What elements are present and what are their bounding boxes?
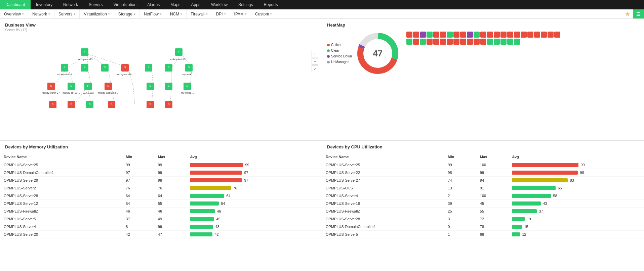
heatmap-square[interactable] bbox=[487, 39, 493, 45]
avg-cell: 15 bbox=[509, 223, 644, 230]
nav-network[interactable]: Network bbox=[58, 0, 83, 9]
min-cell: 54 bbox=[122, 199, 155, 207]
heatmap-square[interactable] bbox=[480, 39, 486, 45]
svg-line-8 bbox=[128, 67, 133, 86]
subnav-dpi[interactable]: DPI ▾ bbox=[212, 9, 230, 19]
heatmap-square[interactable] bbox=[480, 32, 486, 38]
heatmap-square[interactable] bbox=[460, 32, 466, 38]
svg-text:F: F bbox=[71, 103, 72, 106]
servicedown-dot bbox=[327, 55, 330, 58]
nav-inventory[interactable]: Inventory bbox=[31, 0, 58, 9]
subnav-virtualization[interactable]: Virtualization ▾ bbox=[80, 9, 114, 19]
heatmap-square[interactable] bbox=[447, 39, 453, 45]
svg-text:mickey-work13: mickey-work13 bbox=[77, 58, 93, 61]
heatmap-square[interactable] bbox=[487, 32, 493, 38]
fit-button[interactable]: ⤢ bbox=[312, 65, 318, 72]
min-cell: 3 bbox=[444, 215, 477, 223]
nav-alarms[interactable]: Alarms bbox=[142, 0, 165, 9]
avg-cell: 46 bbox=[187, 207, 322, 215]
max-cell: 94 bbox=[477, 176, 509, 184]
heatmap-square[interactable] bbox=[467, 39, 473, 45]
heatmap-square[interactable] bbox=[406, 32, 412, 38]
table-row: OPMPLUS-Server4 8 99 43 bbox=[0, 223, 322, 230]
heatmap-square[interactable] bbox=[541, 32, 547, 38]
heatmap-square[interactable] bbox=[420, 39, 426, 45]
nav-workflow[interactable]: Workflow bbox=[206, 0, 233, 9]
heatmap-square[interactable] bbox=[474, 39, 480, 45]
device-name-cell: OPMPLUS-Server5 bbox=[0, 215, 122, 223]
device-name-cell: OPMPLUS-Server28 bbox=[0, 192, 122, 199]
heatmap-square[interactable] bbox=[534, 32, 540, 38]
heatmap-square[interactable] bbox=[413, 39, 419, 45]
heatmap-square[interactable] bbox=[460, 39, 466, 45]
subnav-ipam[interactable]: IPAM ▾ bbox=[230, 9, 251, 19]
min-cell: 25 bbox=[444, 207, 477, 215]
heatmap-square[interactable] bbox=[494, 32, 500, 38]
heatmap-square[interactable] bbox=[474, 32, 480, 38]
subnav-storage[interactable]: Storage ▾ bbox=[114, 9, 140, 19]
svg-text:S: S bbox=[149, 103, 151, 106]
max-cell: 99 bbox=[155, 223, 187, 230]
heatmap-center-value: 47 bbox=[373, 48, 383, 59]
max-cell: 47 bbox=[155, 230, 187, 238]
favorite-star-button[interactable]: ★ bbox=[622, 10, 633, 18]
heatmap-donut-chart: 47 bbox=[356, 32, 400, 75]
svg-text:S: S bbox=[104, 66, 106, 69]
heatmap-square[interactable] bbox=[554, 32, 560, 38]
subnav-network[interactable]: Network ▾ bbox=[28, 9, 54, 19]
heatmap-square[interactable] bbox=[453, 32, 459, 38]
heatmap-square[interactable] bbox=[413, 32, 419, 38]
svg-line-15 bbox=[172, 54, 182, 67]
heatmap-square[interactable] bbox=[507, 32, 513, 38]
heatmap-square[interactable] bbox=[420, 32, 426, 38]
device-name-cell: OPMPLUS-Server22 bbox=[322, 169, 444, 176]
heatmap-square[interactable] bbox=[433, 39, 439, 45]
table-row: OPMPLUS-Server29 97 98 97 bbox=[0, 176, 322, 184]
chevron-down-icon: ▾ bbox=[245, 9, 247, 19]
heatmap-square[interactable] bbox=[406, 39, 412, 45]
memory-util-panel: Devices by Memory Utilization Device Nam… bbox=[0, 141, 322, 271]
subnav-firewall[interactable]: Firewall ▾ bbox=[187, 9, 212, 19]
subnav-ncm[interactable]: NCM ▾ bbox=[166, 9, 187, 19]
heatmap-square[interactable] bbox=[514, 39, 520, 45]
business-view-title: Business View bbox=[0, 19, 322, 28]
subnav-overview[interactable]: Overview ▾ bbox=[0, 9, 28, 19]
nav-dashboard[interactable]: Dashboard bbox=[0, 0, 31, 9]
heatmap-square[interactable] bbox=[494, 39, 500, 45]
heatmap-square[interactable] bbox=[453, 39, 459, 45]
heatmap-square[interactable] bbox=[467, 32, 473, 38]
legend-item-servicedown: Service Down bbox=[327, 54, 352, 58]
max-cell: 99 bbox=[155, 161, 187, 169]
nav-maps[interactable]: Maps bbox=[165, 0, 186, 9]
heatmap-square[interactable] bbox=[527, 32, 533, 38]
max-cell: 100 bbox=[477, 161, 509, 169]
subnav-netflow[interactable]: NetFlow ▾ bbox=[140, 9, 166, 19]
zoom-in-button[interactable]: + bbox=[312, 51, 318, 57]
nav-virtualization[interactable]: Virtualization bbox=[108, 0, 142, 9]
min-cell: 13 bbox=[444, 184, 477, 192]
zoom-out-button[interactable]: − bbox=[312, 58, 318, 65]
heatmap-square[interactable] bbox=[500, 39, 507, 45]
heatmap-square[interactable] bbox=[548, 32, 554, 38]
heatmap-square[interactable] bbox=[427, 39, 433, 45]
heatmap-square[interactable] bbox=[433, 32, 439, 38]
svg-text:S: S bbox=[168, 103, 169, 106]
table-row: OPMPLUS-Server27 74 94 83 bbox=[322, 176, 644, 184]
nav-servers[interactable]: Servers bbox=[83, 0, 108, 9]
nav-apps[interactable]: Apps bbox=[186, 0, 206, 9]
nav-settings[interactable]: Settings bbox=[233, 0, 258, 9]
heatmap-square[interactable] bbox=[427, 32, 433, 38]
business-view-canvas[interactable]: S mickey-work13 S mickey-work13-... S mi… bbox=[0, 34, 322, 108]
subnav-custom[interactable]: Custom ▾ bbox=[251, 9, 276, 19]
heatmap-square[interactable] bbox=[500, 32, 507, 38]
heatmap-square[interactable] bbox=[440, 32, 446, 38]
nav-reports[interactable]: Reports bbox=[258, 0, 283, 9]
max-cell: 98 bbox=[155, 176, 187, 184]
heatmap-square[interactable] bbox=[521, 32, 527, 38]
heatmap-square[interactable] bbox=[514, 32, 520, 38]
heatmap-square[interactable] bbox=[440, 39, 446, 45]
subnav-servers[interactable]: Servers ▾ bbox=[54, 9, 80, 19]
hamburger-menu-button[interactable]: ☰ bbox=[633, 9, 644, 19]
heatmap-square[interactable] bbox=[507, 39, 513, 45]
heatmap-square[interactable] bbox=[447, 32, 453, 38]
